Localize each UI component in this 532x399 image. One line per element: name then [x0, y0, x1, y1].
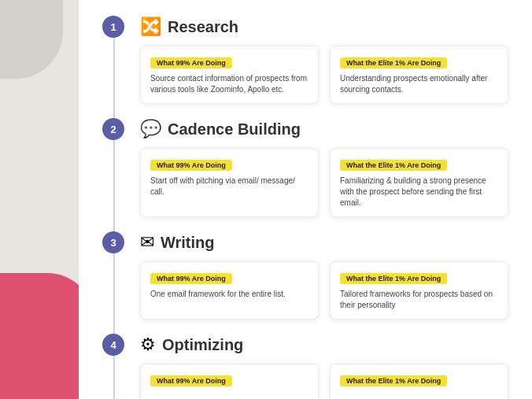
cards-row-research: What 99% Are DoingSource contact informa… — [140, 46, 508, 104]
cards-row-writing: What 99% Are DoingOne email framework fo… — [140, 261, 508, 320]
section-title-cadence: Cadence Building — [168, 120, 301, 139]
section-header-cadence: 2💬Cadence Building — [102, 118, 508, 140]
step-circle-4: 4 — [102, 334, 124, 356]
cards-row-cadence: What 99% Are DoingStart off with pitchin… — [140, 148, 508, 217]
card-cadence-1: What the Elite 1% Are DoingFamiliarizing… — [330, 148, 508, 217]
cadence-icon: 💬 — [140, 119, 161, 139]
section-title-research: Research — [168, 18, 238, 36]
card-cadence-0: What 99% Are DoingStart off with pitchin… — [140, 148, 319, 217]
section-title-optimizing: Optimizing — [162, 336, 243, 354]
badge-optimizing-0: What 99% Are Doing — [150, 375, 232, 386]
timeline: 1🔀ResearchWhat 99% Are DoingSource conta… — [102, 16, 508, 399]
corner-top-left-decoration — [0, 0, 63, 79]
card-research-0: What 99% Are DoingSource contact informa… — [140, 46, 319, 104]
section-cadence: 2💬Cadence BuildingWhat 99% Are DoingStar… — [102, 118, 508, 217]
card-text-cadence-0: Start off with pitching via email/ messa… — [150, 175, 308, 198]
section-title-writing: Writing — [161, 234, 215, 252]
badge-writing-1: What the Elite 1% Are Doing — [340, 273, 447, 284]
card-writing-0: What 99% Are DoingOne email framework fo… — [140, 261, 319, 320]
badge-cadence-1: What the Elite 1% Are Doing — [340, 160, 447, 171]
research-icon: 🔀 — [140, 17, 161, 37]
step-circle-1: 1 — [102, 16, 124, 38]
card-text-research-0: Source contact information of prospects … — [150, 73, 308, 95]
section-header-research: 1🔀Research — [102, 16, 508, 38]
badge-cadence-0: What 99% Are Doing — [150, 160, 232, 171]
optimizing-icon: ⚙ — [140, 334, 156, 355]
cards-row-optimizing: What 99% Are DoingWhat the Elite 1% Are … — [140, 364, 508, 399]
card-optimizing-1: What the Elite 1% Are Doing — [330, 364, 508, 399]
card-research-1: What the Elite 1% Are DoingUnderstanding… — [330, 46, 508, 104]
card-text-research-1: Understanding prospects emotionally afte… — [340, 73, 498, 95]
section-header-optimizing: 4⚙Optimizing — [102, 334, 508, 356]
section-writing: 3✉WritingWhat 99% Are DoingOne email fra… — [102, 231, 508, 320]
badge-research-0: What 99% Are Doing — [150, 57, 232, 68]
section-header-writing: 3✉Writing — [102, 231, 508, 253]
badge-optimizing-1: What the Elite 1% Are Doing — [340, 375, 447, 386]
badge-research-1: What the Elite 1% Are Doing — [340, 57, 447, 68]
writing-icon: ✉ — [140, 232, 154, 253]
card-text-writing-1: Tailored frameworks for prospects based … — [340, 289, 498, 311]
card-writing-1: What the Elite 1% Are DoingTailored fram… — [330, 261, 508, 320]
section-research: 1🔀ResearchWhat 99% Are DoingSource conta… — [102, 16, 508, 104]
card-optimizing-0: What 99% Are Doing — [140, 364, 319, 399]
step-circle-3: 3 — [102, 231, 124, 253]
section-optimizing: 4⚙OptimizingWhat 99% Are DoingWhat the E… — [102, 334, 508, 399]
badge-writing-0: What 99% Are Doing — [150, 273, 232, 284]
card-text-cadence-1: Familiarizing & building a strong presen… — [340, 175, 498, 209]
card-text-writing-0: One email framework for the entire list. — [150, 289, 308, 300]
step-circle-2: 2 — [102, 118, 124, 140]
main-content: 1🔀ResearchWhat 99% Are DoingSource conta… — [79, 0, 532, 399]
